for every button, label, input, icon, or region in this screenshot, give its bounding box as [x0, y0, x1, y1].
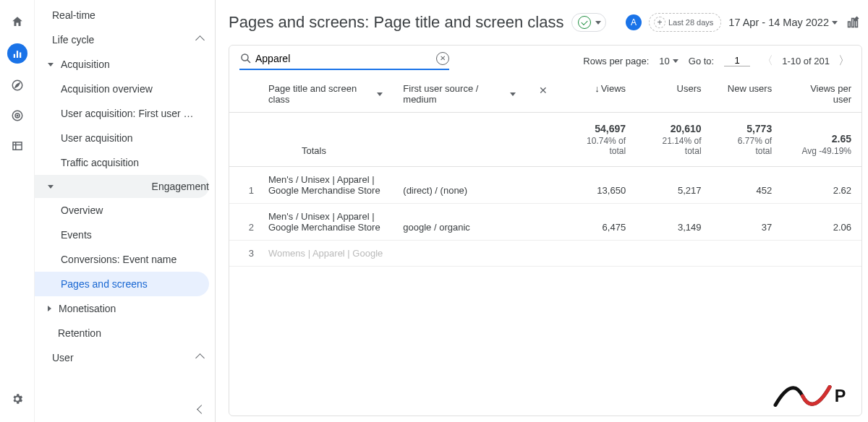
prev-page-button[interactable]: 〈 — [760, 52, 775, 70]
table-row[interactable]: 1 Men's / Unisex | Apparel | Google Merc… — [229, 167, 861, 204]
explore-icon[interactable] — [9, 77, 26, 94]
sidebar-item-eng-overview[interactable]: Overview — [35, 198, 215, 223]
sidebar-section-label: Life cycle — [52, 34, 94, 46]
clear-search-button[interactable] — [436, 52, 449, 65]
search-field[interactable] — [239, 51, 449, 70]
remove-dimension-button[interactable] — [536, 83, 550, 98]
plus-icon: + — [654, 17, 665, 28]
sidebar-sub-label: Engagement — [152, 181, 209, 192]
watermark-logo: P — [768, 378, 855, 416]
comparison-label: Last 28 days — [668, 18, 713, 27]
dropdown-icon — [510, 92, 516, 96]
table-row[interactable]: 2 Men's / Unisex | Apparel | Google Merc… — [229, 204, 861, 241]
goto-label: Go to: — [689, 56, 714, 66]
sidebar-item-retention[interactable]: Retention — [35, 321, 215, 345]
sidebar-item-engagement[interactable]: Engagement — [35, 175, 209, 198]
settings-icon[interactable] — [9, 390, 26, 408]
search-input[interactable] — [252, 51, 436, 66]
dropdown-icon — [832, 21, 838, 25]
advertising-icon[interactable] — [9, 107, 26, 124]
svg-point-10 — [242, 54, 248, 61]
caret-down-icon — [48, 185, 54, 189]
pagination-range: 1-10 of 201 — [782, 56, 830, 66]
totals-row: Totals 54,69710.74% of total 20,61021.14… — [229, 113, 861, 167]
sidebar-sub-label: Monetisation — [59, 296, 127, 321]
col-header-dimension[interactable]: Page title and screen class — [258, 76, 393, 113]
report-card: Rows per page: 10 Go to: 〈 1-10 of 201 〉 — [229, 45, 862, 416]
svg-rect-7 — [848, 22, 851, 27]
sidebar-item-traffic-acq[interactable]: Traffic acquisition — [35, 150, 215, 175]
sidebar-item-pages-screens[interactable]: Pages and screens — [35, 272, 209, 296]
table-toolbar: Rows per page: 10 Go to: 〈 1-10 of 201 〉 — [229, 46, 861, 76]
dropdown-icon — [673, 59, 678, 63]
sidebar: Real-time Life cycle Acquisition Acquisi… — [35, 0, 216, 422]
sidebar-item-monetisation[interactable]: Monetisation — [35, 296, 215, 321]
configure-icon[interactable] — [9, 137, 26, 155]
col-header-new-users[interactable]: New users — [712, 76, 783, 113]
sidebar-sub-label: Acquisition — [61, 52, 122, 77]
sidebar-item-acquisition[interactable]: Acquisition — [35, 52, 215, 77]
col-header-views[interactable]: Views — [561, 76, 636, 113]
sidebar-section-label: User — [52, 352, 74, 363]
sidebar-item-conversions[interactable]: Conversions: Event name — [35, 247, 215, 272]
nav-rail — [0, 0, 35, 422]
svg-rect-4 — [13, 142, 22, 150]
sidebar-item-user-acq-first[interactable]: User acquisition: First user … — [35, 101, 215, 126]
dropdown-icon — [595, 21, 601, 25]
collapse-sidebar-button[interactable] — [198, 404, 205, 415]
page-title: Pages and screens: Page title and screen… — [229, 13, 564, 32]
col-header-vpu[interactable]: Views per user — [782, 76, 861, 113]
sidebar-section-lifecycle[interactable]: Life cycle — [35, 27, 215, 52]
goto-input[interactable] — [724, 55, 750, 66]
main-content: Pages and screens: Page title and screen… — [216, 0, 868, 422]
data-table: Page title and screen class First user s… — [229, 76, 861, 415]
table-row[interactable]: 3 Womens | Apparel | Google — [229, 241, 861, 267]
svg-text:P: P — [835, 387, 846, 405]
dropdown-icon — [377, 92, 383, 96]
col-header-users[interactable]: Users — [636, 76, 711, 113]
sidebar-section-user[interactable]: User — [35, 345, 215, 370]
next-page-button[interactable]: 〉 — [837, 52, 851, 70]
sidebar-item-acq-overview[interactable]: Acquisition overview — [35, 77, 215, 101]
avatar[interactable]: A — [626, 14, 642, 30]
add-comparison-button[interactable]: + Last 28 days — [649, 13, 721, 32]
totals-label: Totals — [258, 113, 561, 167]
reports-icon[interactable] — [7, 43, 27, 64]
svg-point-3 — [17, 115, 18, 116]
caret-right-icon — [48, 306, 51, 311]
check-icon — [578, 16, 591, 29]
home-icon[interactable] — [9, 13, 26, 30]
svg-line-11 — [247, 60, 250, 63]
date-range-label: 17 Apr - 14 May 2022 — [728, 17, 829, 28]
sidebar-item-events[interactable]: Events — [35, 223, 215, 247]
chevron-up-icon — [197, 352, 203, 363]
sidebar-item-user-acq[interactable]: User acquisition — [35, 126, 215, 150]
sidebar-item-realtime[interactable]: Real-time — [35, 3, 215, 27]
report-header: Pages and screens: Page title and screen… — [216, 0, 868, 45]
col-header-secondary[interactable]: First user source / medium — [393, 76, 525, 113]
customize-report-icon[interactable] — [845, 14, 861, 30]
caret-down-icon — [48, 63, 54, 66]
status-pill[interactable] — [571, 13, 606, 32]
rows-per-page-label: Rows per page: — [583, 56, 649, 66]
date-range-picker[interactable]: 17 Apr - 14 May 2022 — [728, 17, 838, 28]
search-icon — [239, 52, 252, 65]
rows-per-page-select[interactable]: 10 — [659, 56, 678, 66]
sort-desc-icon — [595, 83, 601, 94]
chevron-up-icon — [197, 34, 203, 46]
